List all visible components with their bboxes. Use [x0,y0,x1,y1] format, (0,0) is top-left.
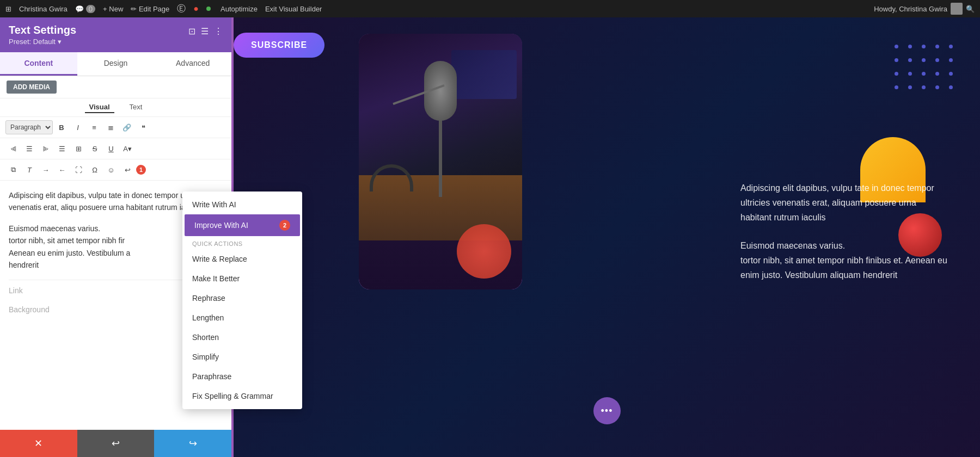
exit-builder-label[interactable]: Exit Visual Builder [265,5,322,13]
numbered-list-button[interactable]: ≣ [103,120,118,134]
dot [895,72,898,76]
paraphrase-item[interactable]: Paraphrase [182,367,302,386]
dot [949,45,953,48]
improve-badge: 2 [279,220,290,231]
toolbar-row-1: Paragraph Heading 1 Heading 2 B I ≡ ≣ 🔗 … [0,117,231,138]
format-button[interactable]: T [22,163,37,177]
dot [895,45,898,48]
align-left-button[interactable]: ⫷ [5,141,21,156]
align-right-button[interactable]: ⫸ [38,141,53,156]
context-menu: Write With AI Improve With AI 2 Quick Ac… [182,192,302,409]
panel-tabs: Content Design Advanced [0,52,231,76]
dot [935,85,939,89]
align-justify-button[interactable]: ☰ [54,141,70,156]
red-dot: ● [193,4,199,14]
dot [922,58,926,62]
paste-button[interactable]: ⧉ [5,163,21,177]
more-icon[interactable]: ⋮ [214,26,223,36]
font-color-button[interactable]: A▾ [120,141,135,156]
panel-header: Text Settings Preset: Default ▾ ⊡ ☰ ⋮ [0,17,231,52]
improve-with-ai-item[interactable]: Improve With AI 2 [185,214,300,236]
indent-button[interactable]: → [38,163,53,177]
bullet-list-button[interactable]: ≡ [87,120,102,134]
tab-advanced[interactable]: Advanced [154,52,231,76]
site-name[interactable]: Christina Gwira [19,5,68,13]
admin-bar: ⊞ Christina Gwira 💬 0 + New ✏ Edit Page … [0,0,980,17]
main-content: Text Settings Preset: Default ▾ ⊡ ☰ ⋮ Co… [0,17,980,457]
lengthen-item[interactable]: Lengthen [182,308,302,328]
add-media-button[interactable]: ADD MEDIA [7,81,57,94]
emoji-button[interactable]: ☺ [103,163,119,177]
right-text-content: Adipiscing elit dapibus, vulpu tate in d… [740,181,947,295]
editor-view-tabs: Visual Text [0,98,231,117]
settings-icon[interactable]: ☰ [201,26,209,36]
edit-page-button[interactable]: ✏ Edit Page [131,5,169,13]
align-center-button[interactable]: ☰ [22,141,37,156]
et-icon: Ⓔ [177,3,186,15]
dot [895,58,898,62]
dot [949,85,953,89]
tab-design[interactable]: Design [77,52,155,76]
toolbar-row-2: ⫷ ☰ ⫸ ☰ ⊞ S U A▾ [0,138,231,159]
quick-actions-label: Quick Actions [182,236,302,249]
autoptimize-label[interactable]: Autoptimize [220,5,258,13]
dot [935,58,939,62]
italic-button[interactable]: I [70,120,85,134]
right-paragraph-2: Euismod maecenas varius. tortor nibh, si… [740,238,947,283]
shorten-item[interactable]: Shorten [182,328,302,347]
panel-preset[interactable]: Preset: Default ▾ [9,38,76,46]
dot [895,85,898,89]
howdy-text: Howdy, Christina Gwira [874,5,947,13]
background-label: Background [9,305,50,314]
autoptimize-dot [206,7,211,11]
purple-dots-button[interactable]: ••• [593,397,621,424]
paragraph-select[interactable]: Paragraph Heading 1 Heading 2 [5,120,53,134]
search-icon[interactable]: 🔍 [966,5,975,13]
special-char-button[interactable]: Ω [87,163,102,177]
expand-icon[interactable]: ⊡ [188,26,195,36]
comment-icon: 💬 [75,5,84,13]
tab-content[interactable]: Content [0,52,77,76]
dot [922,45,926,48]
fullscreen-button[interactable]: ⛶ [71,163,86,177]
fix-spelling-item[interactable]: Fix Spelling & Grammar [182,386,302,406]
dot [949,58,953,62]
rephrase-item[interactable]: Rephrase [182,288,302,308]
toolbar-badge[interactable]: 1 [136,165,146,175]
dot [935,72,939,76]
undo-footer-button[interactable]: ↩ [77,430,155,457]
right-paragraph-1: Adipiscing elit dapibus, vulpu tate in d… [740,181,947,225]
visual-tab[interactable]: Visual [85,102,114,113]
bold-button[interactable]: B [54,120,69,134]
dot [935,45,939,48]
quote-button[interactable]: ❝ [136,120,151,134]
podcast-image-card [359,34,522,289]
write-with-ai-item[interactable]: Write With AI [182,195,302,214]
dot [908,58,912,62]
simplify-item[interactable]: Simplify [182,347,302,367]
undo-button[interactable]: ↩ [120,163,135,177]
link-label: Link [9,286,23,295]
cancel-button[interactable]: ✕ [0,430,77,457]
strikethrough-button[interactable]: S [87,141,102,156]
text-tab[interactable]: Text [125,102,147,113]
dot [922,85,926,89]
subscribe-button[interactable]: SUBSCRIBE [234,33,324,58]
underline-button[interactable]: U [103,141,119,156]
outdent-button[interactable]: ← [54,163,70,177]
wp-icon[interactable]: ⊞ [5,5,11,13]
orb-red [457,224,511,279]
redo-footer-button[interactable]: ↪ [154,430,231,457]
comment-count: 0 [86,5,95,13]
add-media-bar: ADD MEDIA [0,76,231,98]
toolbar-row-3: ⧉ T → ← ⛶ Ω ☺ ↩ 1 [0,159,231,181]
right-content: SUBSCRIBE [234,17,980,457]
dot [908,45,912,48]
link-button[interactable]: 🔗 [119,120,134,134]
comment-badge[interactable]: 💬 0 [75,5,95,13]
new-button[interactable]: + New [103,5,123,13]
write-replace-item[interactable]: Write & Replace [182,249,302,269]
make-better-item[interactable]: Make It Better [182,269,302,288]
table-button[interactable]: ⊞ [71,141,86,156]
avatar [951,3,963,15]
